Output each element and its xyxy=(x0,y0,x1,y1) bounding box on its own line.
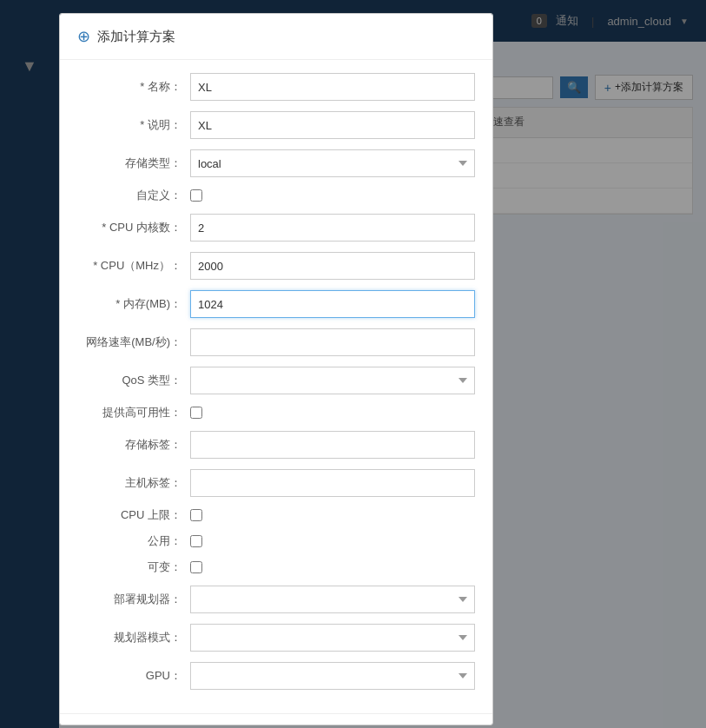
qos-select[interactable] xyxy=(190,367,475,394)
ha-checkbox[interactable] xyxy=(190,407,202,419)
modal-title: 添加计算方案 xyxy=(97,29,175,45)
memory-label: * 内存(MB)： xyxy=(77,296,190,312)
public-label: 公用： xyxy=(77,533,190,549)
modal-dialog: ⊕ 添加计算方案 * 名称： * 说明： 存储类型： local xyxy=(59,13,493,725)
modal-body: * 名称： * 说明： 存储类型： local 自定义： xyxy=(60,60,492,713)
cpu-cores-input[interactable] xyxy=(190,214,475,242)
host-tag-label: 主机标签： xyxy=(77,475,190,491)
variable-label: 可变： xyxy=(77,559,190,575)
form-row-memory: * 内存(MB)： The amount of memory in megaby… xyxy=(77,290,475,318)
custom-label: 自定义： xyxy=(77,188,190,203)
name-input[interactable] xyxy=(190,73,475,101)
form-row-name: * 名称： xyxy=(77,73,475,101)
form-row-custom: 自定义： xyxy=(77,188,475,203)
storage-tag-label: 存储标签： xyxy=(77,437,190,453)
form-row-storage-tag: 存储标签： xyxy=(77,431,475,459)
deploy-rule-select[interactable] xyxy=(190,586,475,613)
rule-mode-select[interactable] xyxy=(190,624,475,652)
form-row-gpu: GPU： xyxy=(77,662,475,690)
desc-label: * 说明： xyxy=(77,117,190,133)
cpu-cores-label: * CPU 内核数： xyxy=(77,220,190,235)
storage-type-select[interactable]: local xyxy=(190,149,475,177)
variable-checkbox[interactable] xyxy=(190,561,202,573)
modal-header-icon: ⊕ xyxy=(77,27,90,46)
form-row-storage-type: 存储类型： local xyxy=(77,149,475,177)
form-row-host-tag: 主机标签： xyxy=(77,469,475,497)
form-row-cpu-limit: CPU 上限： xyxy=(77,507,475,523)
storage-tag-input[interactable] xyxy=(190,431,475,459)
modal-footer: 取消 确定 xyxy=(60,713,492,725)
form-row-cpu-mhz: * CPU（MHz）： xyxy=(77,252,475,280)
form-row-rule-mode: 规划器模式： xyxy=(77,624,475,652)
form-row-qos: QoS 类型： xyxy=(77,367,475,394)
cpu-mhz-input[interactable] xyxy=(190,252,475,280)
gpu-select[interactable] xyxy=(190,662,475,690)
modal-header: ⊕ 添加计算方案 xyxy=(60,14,492,60)
custom-checkbox[interactable] xyxy=(190,189,202,202)
cpu-limit-checkbox[interactable] xyxy=(190,509,202,521)
host-tag-input[interactable] xyxy=(190,469,475,497)
storage-type-label: 存储类型： xyxy=(77,156,190,171)
modal-overlay: ⊕ 添加计算方案 * 名称： * 说明： 存储类型： local xyxy=(0,0,706,728)
desc-input[interactable] xyxy=(190,111,475,139)
network-speed-label: 网络速率(MB/秒)： xyxy=(77,334,190,350)
network-speed-input[interactable] xyxy=(190,328,475,356)
memory-input[interactable] xyxy=(190,290,475,318)
rule-mode-label: 规划器模式： xyxy=(77,630,190,645)
public-checkbox[interactable] xyxy=(190,535,202,547)
gpu-label: GPU： xyxy=(77,668,190,684)
name-label: * 名称： xyxy=(77,79,190,95)
cpu-mhz-label: * CPU（MHz）： xyxy=(77,258,190,274)
form-row-ha: 提供高可用性： xyxy=(77,405,475,420)
deploy-rule-label: 部署规划器： xyxy=(77,592,190,607)
ha-label: 提供高可用性： xyxy=(77,405,190,420)
cpu-limit-label: CPU 上限： xyxy=(77,507,190,523)
form-row-deploy-rule: 部署规划器： xyxy=(77,586,475,613)
form-row-desc: * 说明： xyxy=(77,111,475,139)
form-row-network-speed: 网络速率(MB/秒)： xyxy=(77,328,475,356)
form-row-variable: 可变： xyxy=(77,559,475,575)
form-row-public: 公用： xyxy=(77,533,475,549)
form-row-cpu-cores: * CPU 内核数： xyxy=(77,214,475,242)
qos-label: QoS 类型： xyxy=(77,373,190,388)
